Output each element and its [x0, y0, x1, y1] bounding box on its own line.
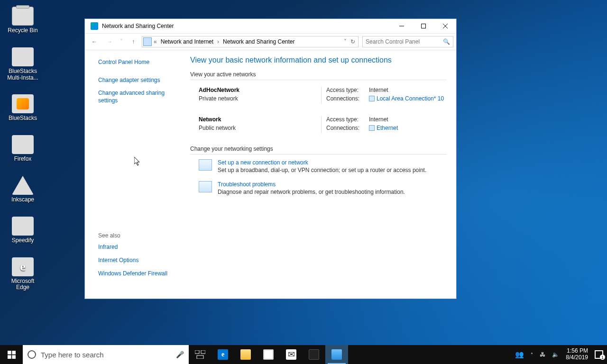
address-bar[interactable]: « Network and Internet › Network and Sha… [142, 36, 359, 47]
minimize-button[interactable] [391, 19, 413, 33]
access-type-value: Internet [369, 87, 388, 93]
sidebar-seealso-header: See also [98, 232, 176, 239]
maximize-button[interactable] [413, 19, 434, 33]
action-link[interactable]: Troubleshoot problems [218, 181, 276, 188]
nav-back-button[interactable]: ← [88, 35, 101, 48]
bluestacks-multi-icon [12, 47, 34, 66]
cortana-icon [28, 350, 36, 359]
desktop-icon-speedify[interactable]: Speedify [6, 217, 40, 244]
connections-label: Connections: [326, 95, 369, 102]
firefox-icon [12, 135, 34, 154]
network-name: Network [199, 116, 321, 123]
svg-rect-5 [195, 350, 199, 354]
taskbar-explorer[interactable] [234, 345, 257, 364]
setup-connection-icon [199, 159, 212, 171]
connection-link[interactable]: Local Area Connection* 10 [377, 95, 444, 102]
action-link[interactable]: Set up a new connection or network [218, 159, 308, 166]
sidebar-internet-options-link[interactable]: Internet Options [98, 257, 176, 264]
start-button[interactable] [0, 345, 23, 364]
sidebar-firewall-link[interactable]: Windows Defender Firewall [98, 270, 176, 278]
control-panel-window: Network and Sharing Center ← → ˅ ↑ « Net… [84, 18, 457, 299]
svg-rect-1 [8, 351, 11, 355]
sidebar-advanced-link[interactable]: Change advanced sharing settings [98, 90, 176, 104]
nav-recent-dropdown[interactable]: ˅ [118, 35, 125, 48]
control-panel-search[interactable]: Search Control Panel 🔍 [362, 36, 453, 47]
refresh-icon[interactable]: ↻ [350, 38, 355, 45]
network-name: AdHocNetwork [199, 87, 321, 93]
svg-rect-7 [197, 355, 203, 359]
taskbar-search[interactable]: Type here to search 🎤 [23, 345, 189, 364]
taskbar-cmd[interactable] [303, 345, 325, 364]
close-button[interactable] [434, 19, 456, 33]
connection-icon [369, 96, 375, 101]
network-type: Public network [199, 125, 321, 131]
window-title: Network and Sharing Center [102, 23, 174, 29]
bluestacks-icon [12, 94, 34, 113]
mail-icon [286, 349, 296, 360]
window-controls [391, 19, 456, 33]
desktop-icon-edge[interactable]: Microsoft Edge [6, 257, 40, 291]
change-settings-header: Change your networking settings [190, 146, 447, 152]
sidebar: Control Panel Home Change adapter settin… [85, 50, 183, 299]
desktop-icon-label: BlueStacks [6, 115, 40, 122]
sidebar-home-link[interactable]: Control Panel Home [98, 59, 176, 66]
action-setup-connection[interactable]: Set up a new connection or network Set u… [190, 159, 447, 173]
access-type-label: Access type: [326, 116, 369, 123]
tray-overflow-icon[interactable]: ˄ [531, 352, 533, 357]
breadcrumb-segment[interactable]: Network and Sharing Center [221, 38, 296, 45]
connection-link[interactable]: Ethernet [377, 125, 398, 131]
desktop-icon-recycle-bin[interactable]: Recycle Bin [6, 7, 40, 34]
taskbar-control-panel[interactable] [325, 345, 348, 364]
taskbar-store[interactable] [257, 345, 280, 364]
recycle-bin-icon [12, 7, 34, 26]
active-networks-header: View your active networks [190, 71, 447, 78]
action-center-icon[interactable] [595, 350, 603, 359]
store-icon [263, 349, 274, 360]
desktop-icon-bluestacks-multi[interactable]: BlueStacks Multi-Insta... [6, 47, 40, 82]
action-description: Diagnose and repair network problems, or… [218, 189, 405, 195]
action-troubleshoot[interactable]: Troubleshoot problems Diagnose and repai… [190, 181, 447, 195]
task-view-button[interactable] [189, 345, 212, 364]
edge-icon: e [218, 349, 228, 360]
action-description: Set up a broadband, dial-up, or VPN conn… [218, 167, 426, 173]
divider [190, 80, 447, 80]
search-placeholder: Search Control Panel [366, 38, 443, 45]
taskbar-edge[interactable]: e [212, 345, 234, 364]
desktop-icon-label: Speedify [6, 237, 40, 244]
speedify-icon [12, 217, 34, 236]
svg-rect-6 [201, 350, 205, 354]
edge-icon [12, 257, 34, 276]
breadcrumb-overflow[interactable]: « [153, 38, 158, 45]
desktop-icon-firefox[interactable]: Firefox [6, 135, 40, 163]
network-tray-icon[interactable]: 🖧 [540, 351, 545, 358]
address-dropdown-icon[interactable]: ˅ [344, 38, 347, 45]
svg-rect-0 [422, 24, 426, 28]
window-icon [91, 22, 98, 30]
access-type-label: Access type: [326, 87, 369, 93]
desktop-icon-label: Recycle Bin [6, 27, 40, 34]
clock-date: 8/4/2019 [566, 355, 588, 361]
svg-rect-3 [8, 355, 11, 359]
desktop-icon-label: Inkscape [6, 197, 40, 203]
breadcrumb-segment[interactable]: Network and Internet [159, 38, 215, 45]
search-placeholder: Type here to search [41, 351, 104, 359]
sidebar-infrared-link[interactable]: Infrared [98, 244, 176, 251]
clock-time: 1:56 PM [566, 348, 588, 355]
main-panel: View your basic network information and … [183, 50, 456, 299]
nav-up-button[interactable]: ↑ [127, 35, 140, 48]
network-block: AdHocNetwork Private network Access type… [190, 87, 447, 104]
taskbar-mail[interactable] [280, 345, 303, 364]
people-icon[interactable]: 👥 [515, 350, 524, 359]
chevron-right-icon: › [216, 38, 220, 45]
microphone-icon[interactable]: 🎤 [176, 351, 184, 358]
desktop-icon-inkscape[interactable]: Inkscape [6, 176, 40, 203]
access-type-value: Internet [369, 116, 388, 123]
search-icon: 🔍 [443, 38, 450, 45]
desktop-icon-bluestacks[interactable]: BlueStacks [6, 94, 40, 122]
window-titlebar[interactable]: Network and Sharing Center [85, 19, 456, 33]
cmd-icon [309, 349, 319, 360]
taskbar-clock[interactable]: 1:56 PM 8/4/2019 [566, 348, 588, 361]
sidebar-adapter-link[interactable]: Change adapter settings [98, 77, 176, 84]
volume-tray-icon[interactable]: 🔈 [552, 351, 559, 358]
nav-forward-button[interactable]: → [103, 35, 116, 48]
